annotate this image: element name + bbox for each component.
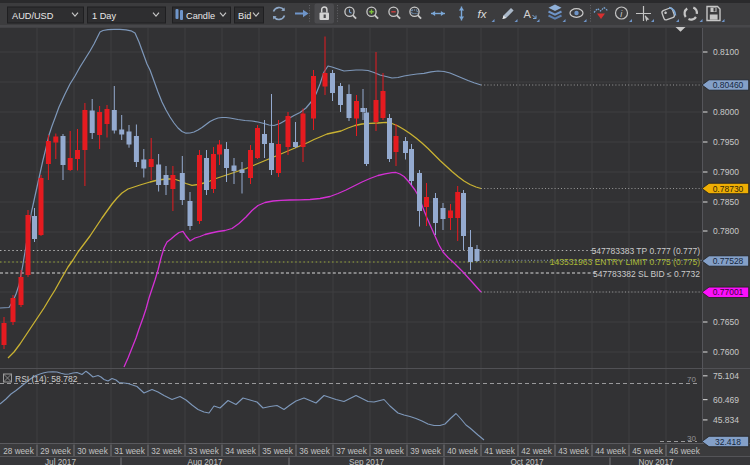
svg-text:30 week: 30 week	[77, 447, 108, 456]
svg-text:36 week: 36 week	[299, 447, 330, 456]
svg-text:0.7650: 0.7650	[713, 317, 739, 327]
svg-text:A: A	[524, 8, 532, 20]
svg-text:40 week: 40 week	[447, 447, 478, 456]
svg-text:0.80460: 0.80460	[713, 80, 744, 90]
svg-text:0.77001: 0.77001	[713, 287, 744, 297]
svg-text:45 week: 45 week	[632, 447, 663, 456]
svg-text:38 week: 38 week	[373, 447, 404, 456]
svg-text:33 week: 33 week	[188, 447, 219, 456]
svg-text:0.7800: 0.7800	[713, 226, 739, 236]
svg-text:0.7950: 0.7950	[713, 137, 739, 147]
svg-text:Sep 2017: Sep 2017	[349, 458, 385, 465]
svg-text:Jul 2017: Jul 2017	[45, 458, 76, 465]
svg-text:45.834: 45.834	[713, 415, 739, 425]
svg-text:0.78730: 0.78730	[713, 184, 744, 194]
svg-text:Bid: Bid	[238, 11, 251, 21]
svg-text:31 week: 31 week	[114, 447, 145, 456]
svg-text:Oct 2017: Oct 2017	[510, 458, 544, 465]
svg-text:70: 70	[687, 375, 696, 384]
svg-text:46 week: 46 week	[669, 447, 700, 456]
svg-text:547783383 TP 0.777 (0.777): 547783383 TP 0.777 (0.777)	[592, 246, 701, 256]
svg-text:28 week: 28 week	[3, 447, 34, 456]
svg-text:fx: fx	[478, 8, 488, 20]
svg-text:32.418: 32.418	[715, 437, 741, 447]
svg-text:37 week: 37 week	[336, 447, 367, 456]
svg-text:42 week: 42 week	[521, 447, 552, 456]
svg-text:29 week: 29 week	[40, 447, 71, 456]
svg-text:39 week: 39 week	[410, 447, 441, 456]
svg-text:41 week: 41 week	[484, 447, 515, 456]
svg-text:0.7850: 0.7850	[713, 197, 739, 207]
svg-text:Nov 2017: Nov 2017	[638, 458, 673, 465]
svg-text:Aug 2017: Aug 2017	[187, 458, 223, 465]
svg-text:0.77528: 0.77528	[713, 256, 744, 266]
svg-text:1 Day: 1 Day	[92, 11, 116, 21]
svg-text:AUD/USD: AUD/USD	[12, 11, 54, 21]
svg-text:34 week: 34 week	[225, 447, 256, 456]
svg-text:0.7900: 0.7900	[713, 167, 739, 177]
svg-text:60.469: 60.469	[713, 395, 739, 405]
svg-text:30: 30	[687, 434, 696, 443]
svg-text:32 week: 32 week	[151, 447, 182, 456]
svg-text:RSI (14): 58.782: RSI (14): 58.782	[15, 374, 78, 384]
svg-text:547783382 SL BID ≤ 0.7732: 547783382 SL BID ≤ 0.7732	[593, 269, 700, 279]
svg-text:0.8100: 0.8100	[713, 47, 739, 57]
svg-text:143531963 ENTRY LIMIT 0.775 (0: 143531963 ENTRY LIMIT 0.775 (0.775)	[550, 257, 700, 267]
svg-text:35 week: 35 week	[262, 447, 293, 456]
svg-text:0.7600: 0.7600	[713, 347, 739, 357]
svg-text:0.8000: 0.8000	[713, 107, 739, 117]
svg-text:44 week: 44 week	[595, 447, 626, 456]
svg-text:43 week: 43 week	[558, 447, 589, 456]
svg-text:75.104: 75.104	[713, 371, 739, 381]
svg-text:Candle: Candle	[186, 11, 215, 21]
